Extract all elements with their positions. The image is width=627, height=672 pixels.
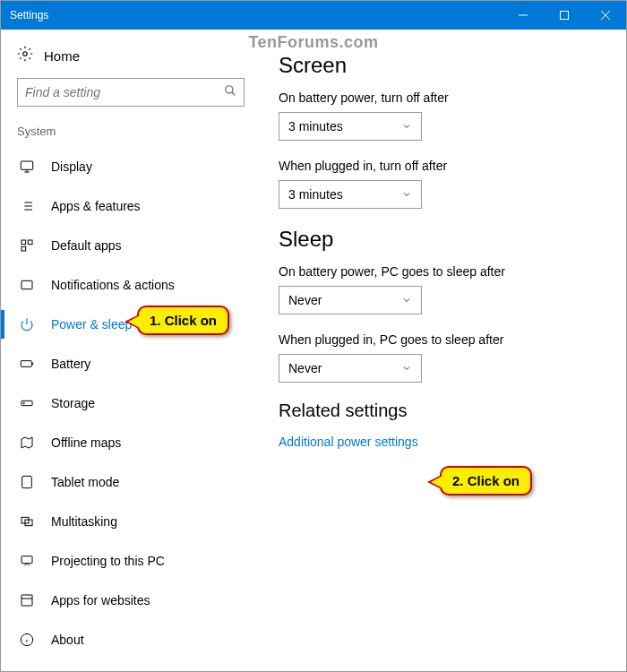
chevron-down-icon	[401, 294, 412, 308]
search-input[interactable]	[17, 78, 245, 107]
svg-marker-25	[21, 437, 32, 448]
maximize-button[interactable]	[544, 1, 585, 30]
battery-icon	[17, 357, 37, 371]
tablet-icon	[17, 475, 37, 489]
related-heading: Related settings	[279, 401, 599, 421]
svg-rect-26	[22, 476, 32, 487]
info-icon	[17, 633, 37, 647]
svg-rect-30	[21, 595, 32, 606]
sidebar-item-label: Storage	[51, 396, 95, 410]
sidebar-item-label: Notifications & actions	[51, 278, 175, 292]
projecting-icon	[17, 554, 37, 568]
svg-rect-19	[21, 280, 32, 289]
sidebar-item-label: Display	[51, 159, 92, 174]
screen-plugged-dropdown[interactable]: 3 minutes	[279, 180, 422, 209]
sidebar-item-default-apps[interactable]: Default apps	[1, 226, 261, 265]
sidebar-item-label: Battery	[51, 357, 90, 371]
storage-icon	[17, 396, 37, 410]
sleep-plugged-dropdown[interactable]: Never	[279, 354, 422, 383]
sidebar-item-offline-maps[interactable]: Offline maps	[1, 423, 261, 462]
svg-rect-17	[28, 240, 32, 245]
sidebar-item-tablet-mode[interactable]: Tablet mode	[1, 462, 261, 502]
svg-point-4	[23, 52, 28, 56]
screen-plugged-label: When plugged in, turn off after	[279, 159, 599, 173]
svg-rect-16	[21, 240, 26, 245]
sidebar-item-multitasking[interactable]: Multitasking	[1, 502, 261, 541]
svg-rect-1	[561, 12, 569, 20]
screen-battery-dropdown[interactable]: 3 minutes	[279, 112, 422, 141]
svg-rect-7	[21, 161, 32, 169]
sidebar-item-about[interactable]: About	[1, 620, 261, 659]
sidebar-item-label: Apps & features	[51, 199, 141, 213]
main-panel: Screen On battery power, turn off after …	[261, 30, 626, 671]
svg-point-5	[226, 86, 233, 93]
sidebar-item-label: Offline maps	[51, 435, 121, 450]
svg-point-24	[23, 402, 24, 403]
list-icon	[17, 199, 37, 213]
home-button[interactable]: Home	[1, 46, 261, 78]
callout-1: 1. Click on	[137, 306, 229, 335]
screen-battery-label: On battery power, turn off after	[279, 90, 599, 105]
map-icon	[17, 435, 37, 450]
gear-icon	[17, 46, 33, 65]
notifications-icon	[17, 278, 37, 292]
close-button[interactable]	[585, 1, 626, 30]
sidebar-item-battery[interactable]: Battery	[1, 344, 261, 383]
sidebar: Home System Display Apps & features Defa…	[1, 30, 261, 671]
sleep-heading: Sleep	[279, 227, 599, 252]
sleep-battery-dropdown[interactable]: Never	[279, 286, 422, 314]
apps-websites-icon	[17, 593, 37, 607]
additional-power-settings-link[interactable]: Additional power settings	[279, 435, 418, 449]
sidebar-item-label: Power & sleep	[51, 317, 132, 332]
titlebar: Settings	[1, 1, 626, 30]
sleep-plugged-label: When plugged in, PC goes to sleep after	[279, 332, 599, 347]
chevron-down-icon	[401, 188, 412, 202]
dropdown-value: 3 minutes	[288, 187, 343, 202]
sidebar-item-storage[interactable]: Storage	[1, 383, 261, 423]
dropdown-value: Never	[288, 293, 322, 307]
dropdown-value: 3 minutes	[288, 119, 343, 134]
callout-2: 2. Click on	[440, 466, 532, 495]
sidebar-item-apps-features[interactable]: Apps & features	[1, 186, 261, 226]
multitasking-icon	[17, 514, 37, 529]
sidebar-item-label: About	[51, 633, 84, 647]
sidebar-item-projecting[interactable]: Projecting to this PC	[1, 541, 261, 581]
svg-rect-18	[21, 246, 26, 251]
dropdown-value: Never	[288, 361, 322, 375]
window-title: Settings	[10, 9, 48, 22]
chevron-down-icon	[401, 362, 412, 376]
search-field[interactable]	[25, 85, 224, 99]
sidebar-item-label: Tablet mode	[51, 475, 119, 489]
sidebar-item-label: Projecting to this PC	[51, 554, 165, 568]
sidebar-item-label: Multitasking	[51, 514, 117, 529]
minimize-button[interactable]	[502, 1, 544, 30]
home-label: Home	[44, 48, 80, 64]
svg-rect-21	[21, 361, 31, 367]
chevron-down-icon	[401, 120, 412, 134]
sidebar-item-label: Default apps	[51, 238, 122, 253]
sidebar-item-notifications[interactable]: Notifications & actions	[1, 265, 261, 305]
monitor-icon	[17, 159, 37, 174]
search-icon	[224, 84, 236, 100]
power-icon	[17, 317, 37, 332]
sidebar-item-display[interactable]: Display	[1, 147, 261, 186]
sidebar-item-apps-websites[interactable]: Apps for websites	[1, 581, 261, 620]
svg-line-6	[232, 92, 236, 96]
default-apps-icon	[17, 238, 37, 253]
screen-heading: Screen	[279, 53, 599, 78]
svg-rect-29	[21, 556, 32, 564]
sleep-battery-label: On battery power, PC goes to sleep after	[279, 264, 599, 279]
sidebar-item-label: Apps for websites	[51, 593, 150, 607]
section-label: System	[1, 123, 261, 147]
